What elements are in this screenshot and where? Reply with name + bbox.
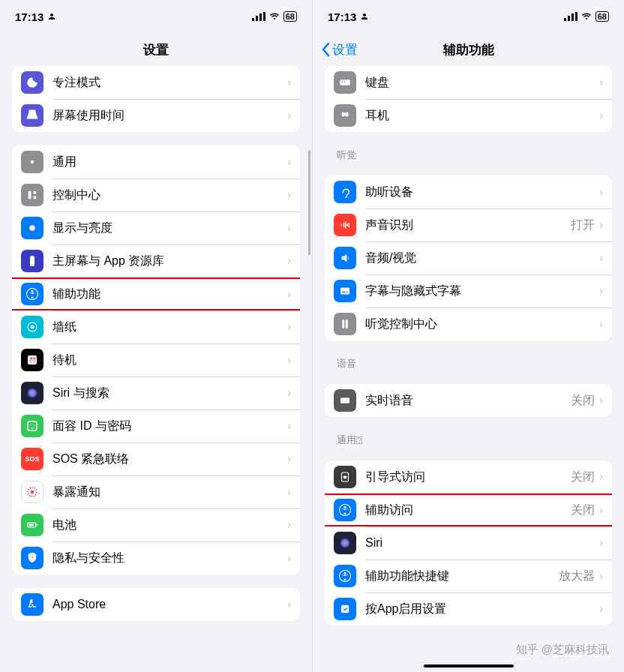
row-privacy[interactable]: 隐私与安全性› bbox=[12, 542, 300, 574]
row-keyboard[interactable]: 键盘› bbox=[325, 66, 612, 99]
row-siri2[interactable]: Siri› bbox=[325, 526, 612, 560]
live-icon bbox=[334, 389, 356, 412]
row-hearing[interactable]: 助听设备› bbox=[325, 176, 612, 208]
row-label: 辅助功能 bbox=[52, 286, 287, 302]
row-value: 关闭 bbox=[571, 470, 595, 485]
svg-point-22 bbox=[31, 490, 34, 494]
chevron-right-icon: › bbox=[599, 109, 603, 122]
svg-rect-39 bbox=[346, 320, 348, 328]
siri-icon bbox=[21, 382, 44, 404]
row-screentime[interactable]: 屏幕使用时间› bbox=[12, 99, 300, 132]
chevron-right-icon: › bbox=[599, 536, 603, 550]
page-title: 设置 bbox=[143, 41, 169, 58]
time: 17:13 bbox=[328, 10, 356, 23]
row-value: 打开 bbox=[571, 218, 595, 233]
row-home[interactable]: 主屏幕与 App 资源库› bbox=[12, 244, 300, 278]
svg-rect-7 bbox=[34, 196, 37, 200]
row-value: 放大器 bbox=[559, 568, 595, 584]
hearing-icon bbox=[334, 181, 356, 203]
svg-point-45 bbox=[340, 538, 350, 548]
svg-rect-24 bbox=[36, 524, 38, 526]
chevron-right-icon: › bbox=[599, 251, 603, 265]
row-appstore[interactable]: App Store› bbox=[12, 588, 300, 621]
row-battery[interactable]: 电池› bbox=[12, 508, 300, 542]
row-perapp[interactable]: 按App启用设置› bbox=[325, 592, 612, 626]
row-label: 耳机 bbox=[365, 108, 599, 124]
svg-rect-3 bbox=[263, 12, 266, 21]
row-audio[interactable]: 音频/视觉› bbox=[325, 242, 612, 274]
svg-point-4 bbox=[31, 160, 34, 164]
row-shortcut[interactable]: 辅助功能快捷键放大器› bbox=[325, 560, 612, 592]
shortcut-icon bbox=[334, 565, 356, 587]
phone-left: 17:13 68 设置 专注模式›屏幕使用时间›通用›控制中心›显示与亮度›主屏… bbox=[0, 0, 312, 672]
row-hearctl[interactable]: 听觉控制中心› bbox=[325, 308, 612, 340]
row-assist[interactable]: 辅助访问关闭› bbox=[325, 494, 612, 526]
chevron-right-icon: › bbox=[599, 317, 603, 331]
row-label: 面容 ID 与密码 bbox=[52, 418, 287, 434]
row-label: 电池 bbox=[52, 518, 287, 533]
siri2-icon bbox=[334, 532, 356, 554]
svg-point-14 bbox=[31, 326, 34, 329]
svg-rect-36 bbox=[342, 292, 346, 293]
accessibility-icon bbox=[21, 283, 44, 305]
chevron-right-icon: › bbox=[599, 569, 603, 583]
row-label: 引导式访问 bbox=[365, 470, 571, 485]
chevron-right-icon: › bbox=[599, 394, 603, 407]
airpods-icon bbox=[334, 104, 356, 127]
time: 17:13 bbox=[15, 10, 44, 23]
row-value: 关闭 bbox=[571, 502, 595, 518]
battery-pct: 68 bbox=[596, 11, 609, 22]
svg-rect-35 bbox=[340, 288, 350, 295]
chevron-right-icon: › bbox=[599, 284, 603, 298]
row-exposure[interactable]: 暴露通知› bbox=[12, 476, 300, 508]
row-subtitle[interactable]: 字幕与隐藏式字幕› bbox=[325, 274, 612, 308]
row-guided[interactable]: 引导式访问关闭› bbox=[325, 460, 612, 494]
svg-rect-0 bbox=[252, 18, 254, 21]
svg-point-17 bbox=[27, 388, 38, 398]
back-button[interactable]: 设置 bbox=[322, 41, 358, 58]
row-label: Siri 与搜索 bbox=[52, 386, 287, 401]
svg-point-34 bbox=[345, 112, 349, 117]
home-icon bbox=[21, 250, 44, 272]
row-sos[interactable]: SOSSOS 紧急联络› bbox=[12, 442, 300, 476]
svg-rect-5 bbox=[28, 191, 32, 200]
svg-rect-31 bbox=[342, 82, 344, 83]
row-label: 暴露通知 bbox=[52, 484, 287, 500]
signal-icon bbox=[252, 12, 266, 21]
settings-group: 助听设备›声音识别打开›音频/视觉›字幕与隐藏式字幕›听觉控制中心› bbox=[325, 176, 612, 340]
row-label: 声音识别 bbox=[365, 218, 571, 233]
chevron-right-icon: › bbox=[287, 419, 291, 433]
row-label: Siri bbox=[365, 536, 599, 550]
row-focus[interactable]: 专注模式› bbox=[12, 66, 300, 99]
row-label: App Store bbox=[52, 598, 287, 611]
row-control[interactable]: 控制中心› bbox=[12, 178, 300, 212]
group-header: 听觉 bbox=[337, 148, 624, 162]
row-label: 显示与亮度 bbox=[52, 220, 287, 236]
signal-icon bbox=[564, 12, 578, 21]
privacy-icon bbox=[21, 547, 44, 569]
row-accessibility[interactable]: 辅助功能› bbox=[12, 278, 300, 310]
scrollbar[interactable] bbox=[308, 150, 310, 255]
chevron-right-icon: › bbox=[287, 485, 291, 499]
chevron-right-icon: › bbox=[287, 386, 291, 400]
row-label: 主屏幕与 App 资源库 bbox=[52, 254, 287, 269]
row-live[interactable]: 实时语音关闭› bbox=[325, 384, 612, 417]
chevron-right-icon: › bbox=[287, 353, 291, 367]
svg-rect-29 bbox=[575, 12, 578, 21]
row-airpods[interactable]: 耳机› bbox=[325, 99, 612, 132]
chevron-right-icon: › bbox=[287, 518, 291, 532]
row-sound[interactable]: 声音识别打开› bbox=[325, 208, 612, 242]
navbar-left: 设置 bbox=[0, 33, 312, 66]
row-faceid[interactable]: 面容 ID 与密码› bbox=[12, 410, 300, 442]
row-wallpaper[interactable]: 墙纸› bbox=[12, 310, 300, 344]
row-display[interactable]: 显示与亮度› bbox=[12, 212, 300, 244]
watermark: 知乎 @芝麻科技讯 bbox=[516, 643, 609, 657]
person-icon bbox=[360, 12, 369, 21]
battery-pct: 68 bbox=[284, 11, 297, 22]
row-general[interactable]: 通用› bbox=[12, 146, 300, 178]
row-siri[interactable]: Siri 与搜索› bbox=[12, 376, 300, 410]
home-indicator[interactable] bbox=[424, 664, 514, 668]
settings-group: 实时语音关闭› bbox=[325, 384, 612, 417]
phone-right: 17:13 68 设置 辅助功能 键盘›耳机›听觉助听设备›声音识别打开›音频/… bbox=[312, 0, 624, 672]
row-standby[interactable]: ⏰待机› bbox=[12, 344, 300, 376]
